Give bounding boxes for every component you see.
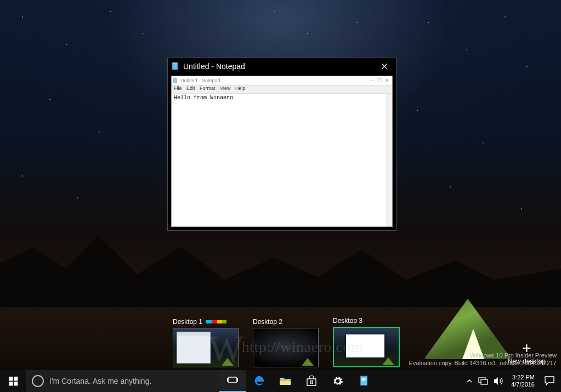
vd-accent-bar [206,320,226,323]
vd-thumb [253,328,319,367]
taskview-window-card[interactable]: Untitled - Notepad Untitled - Notepad — … [167,58,396,231]
folder-icon [279,376,291,386]
build-line-2: Evaluation copy. Build 14316.rs1_release… [409,359,557,367]
svg-rect-3 [173,66,176,66]
task-view-icon [227,376,238,385]
vd-thumb [333,327,400,367]
network-icon[interactable] [478,377,488,385]
thumb-minimize-icon: — [368,78,376,83]
svg-rect-7 [9,382,13,386]
thumb-body-text: Hello from Winaero [172,94,392,226]
cortana-placeholder: I'm Cortana. Ask me anything. [49,377,151,385]
thumb-maximize-icon: ☐ [376,78,383,83]
vd-label: Desktop 2 [253,318,282,326]
svg-rect-19 [362,378,366,378]
action-center-icon [545,376,554,386]
virtual-desktop-2[interactable]: Desktop 2 [253,318,319,367]
store-button[interactable] [298,370,325,392]
window-card-title: Untitled - Notepad [181,62,376,71]
svg-rect-14 [310,380,311,382]
svg-rect-10 [227,378,228,382]
svg-rect-5 [9,377,13,381]
svg-rect-4 [173,78,177,83]
window-card-header: Untitled - Notepad [168,58,396,75]
svg-rect-11 [237,378,238,382]
gear-icon [332,376,343,387]
build-line-1: Windows 10 Pro Insider Preview [409,351,557,359]
virtual-desktop-3[interactable]: Desktop 3 [333,317,399,367]
system-tray [464,370,508,392]
notepad-taskbar-button[interactable] [351,370,377,392]
file-explorer-button[interactable] [272,370,298,392]
close-button[interactable] [376,63,393,70]
notepad-icon [170,62,181,71]
menu-format: Format [200,86,216,91]
svg-rect-1 [173,64,177,64]
svg-rect-8 [14,382,18,386]
svg-rect-6 [14,377,18,381]
cortana-search[interactable]: I'm Cortana. Ask me anything. [26,370,219,392]
taskbar-clock[interactable]: 3:22 PM 4/7/2016 [508,370,538,392]
svg-rect-21 [362,380,365,381]
thumb-titlebar: Untitled - Notepad — ☐ ✕ [172,76,392,86]
svg-rect-17 [312,383,314,384]
build-info: Windows 10 Pro Insider Preview Evaluatio… [409,351,557,367]
store-icon [306,376,317,387]
svg-rect-16 [310,383,311,384]
close-icon [381,63,388,70]
tray-overflow-button[interactable] [466,378,473,384]
volume-icon[interactable] [494,377,503,385]
notepad-icon [359,376,369,387]
clock-date: 4/7/2016 [511,381,535,388]
edge-button[interactable] [246,370,272,392]
svg-rect-9 [229,377,236,383]
edge-icon [253,375,265,387]
thumb-menubar: File Edit Format View Help [172,86,392,94]
vd-label: Desktop 3 [333,317,362,325]
vd-thumb [173,328,239,367]
windows-icon [9,377,18,386]
clock-time: 3:22 PM [511,374,535,381]
thumb-title: Untitled - Notepad [178,78,368,83]
window-thumbnail[interactable]: Untitled - Notepad — ☐ ✕ File Edit Forma… [171,76,393,227]
menu-edit: Edit [186,86,195,91]
thumb-close-icon: ✕ [383,78,391,83]
taskbar: I'm Cortana. Ask me anything. [0,370,561,392]
task-view-button[interactable] [219,370,246,392]
svg-rect-15 [312,380,314,382]
vd-label: Desktop 1 [173,318,202,326]
menu-file: File [174,86,182,91]
settings-button[interactable] [325,370,351,392]
cortana-icon [32,375,44,387]
action-center-button[interactable] [538,370,561,392]
menu-help: Help [235,86,246,91]
virtual-desktop-1[interactable]: Desktop 1 [173,318,239,367]
svg-rect-13 [280,379,291,380]
menu-view: View [220,86,230,91]
start-button[interactable] [0,370,26,392]
svg-rect-20 [362,379,366,380]
thumb-notepad-icon [173,78,178,83]
svg-rect-23 [481,379,488,384]
svg-rect-2 [173,65,177,65]
